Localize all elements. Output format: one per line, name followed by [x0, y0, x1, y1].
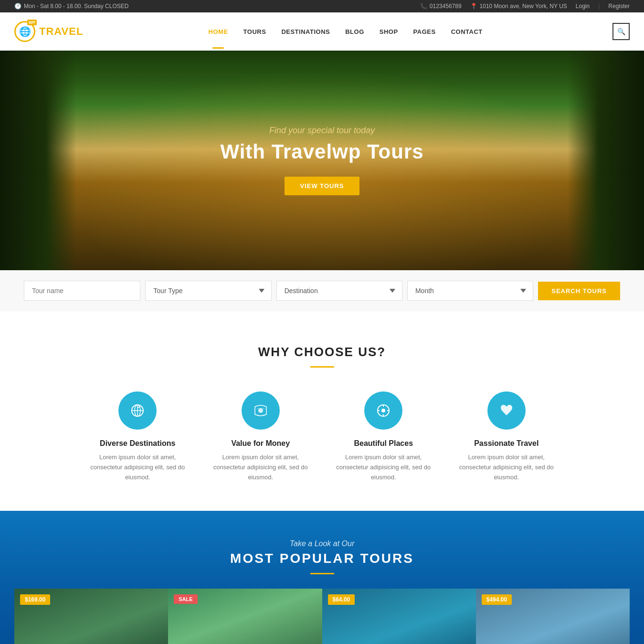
nav-shop[interactable]: SHOP: [372, 15, 406, 49]
feature-passionate-travel: Passionate Travel Lorem ipsum dolor sit …: [452, 391, 561, 482]
phone-icon: 📞: [420, 3, 427, 10]
value-money-icon: [242, 391, 280, 430]
feature-desc-3: Lorem ipsum dolor sit amet, consectetur …: [329, 453, 438, 482]
feature-title-1: Diverse Destinations: [84, 439, 192, 448]
nav-tours[interactable]: TOURS: [236, 15, 274, 49]
hero-subtitle: Find your special tour today: [220, 126, 423, 136]
nav-blog[interactable]: BLOG: [338, 15, 372, 49]
top-bar-left: 🕐 Mon - Sat 8.00 - 18.00. Sunday CLOSED: [14, 3, 128, 10]
month-select[interactable]: Month January February March April May J…: [407, 281, 533, 301]
feature-value-money: Value for Money Lorem ipsum dolor sit am…: [206, 391, 315, 482]
destination-select[interactable]: Destination Asia Europe Americas Africa: [276, 281, 402, 301]
divider: |: [598, 3, 600, 10]
nav-contact[interactable]: CONTACT: [443, 15, 490, 49]
tour-sale-badge-2: SALE: [174, 594, 197, 604]
logo-text: TRAVEL: [39, 25, 83, 38]
popular-tours-section: Take a Look at Our MOST POPULAR TOURS $1…: [0, 511, 644, 644]
tour-card-1[interactable]: $169.00: [14, 589, 168, 644]
tour-name-input[interactable]: [24, 281, 140, 301]
hero-tree-left: [0, 51, 76, 270]
nav-pages[interactable]: PAGES: [406, 15, 443, 49]
globe-icon: 🌐: [19, 26, 31, 37]
view-tours-button[interactable]: VIEW TOURS: [285, 177, 359, 195]
tour-price-1: $169.00: [20, 594, 50, 605]
login-link[interactable]: Login: [576, 3, 590, 10]
hero-tree-right: [568, 51, 644, 270]
search-icon: 🔍: [617, 28, 625, 35]
beautiful-places-icon: [364, 391, 402, 430]
why-choose-us-section: WHY CHOOSE US? Diverse Destinations Lore…: [0, 311, 644, 511]
top-bar: 🕐 Mon - Sat 8.00 - 18.00. Sunday CLOSED …: [0, 0, 644, 12]
navbar: 🌐 WP TRAVEL HOME TOURS DESTINATIONS BLOG…: [0, 12, 644, 51]
phone-info: 📞 0123456789: [420, 3, 462, 10]
passionate-travel-icon: [487, 391, 526, 430]
diverse-destinations-icon: [118, 391, 157, 430]
tours-divider: [310, 573, 334, 574]
feature-beautiful-places: Beautiful Places Lorem ipsum dolor sit a…: [329, 391, 438, 482]
feature-desc-2: Lorem ipsum dolor sit amet, consectetur …: [206, 453, 315, 482]
feature-title-4: Passionate Travel: [452, 439, 561, 448]
tour-card-3[interactable]: $64.00: [322, 589, 476, 644]
svg-point-7: [381, 409, 385, 412]
tours-title: MOST POPULAR TOURS: [14, 551, 630, 566]
search-tours-button[interactable]: SEARCH TOURS: [538, 282, 620, 300]
hero-content: Find your special tour today With Travel…: [220, 126, 423, 195]
feature-title-3: Beautiful Places: [329, 439, 438, 448]
register-link[interactable]: Register: [608, 3, 630, 10]
tour-price-3: $64.00: [328, 594, 355, 605]
wp-badge: WP: [27, 20, 37, 25]
hero-section: Find your special tour today With Travel…: [0, 51, 644, 270]
nav-home[interactable]: HOME: [201, 15, 236, 49]
feature-title-2: Value for Money: [206, 439, 315, 448]
logo-globe: 🌐 WP: [14, 21, 35, 42]
clock-icon: 🕐: [14, 3, 21, 10]
tour-card-2[interactable]: SALE $98.00 $32.00: [168, 589, 322, 644]
top-bar-right: 📞 0123456789 📍 1010 Moon ave, New York, …: [420, 3, 630, 10]
why-title: WHY CHOOSE US?: [24, 345, 620, 359]
address-info: 📍 1010 Moon ave, New York, NY US: [470, 3, 567, 10]
tour-card-4[interactable]: $494.00: [476, 589, 630, 644]
feature-desc-4: Lorem ipsum dolor sit amet, consectetur …: [452, 453, 561, 482]
nav-destinations[interactable]: DESTINATIONS: [274, 15, 338, 49]
features-grid: Diverse Destinations Lorem ipsum dolor s…: [84, 391, 561, 482]
tours-subtitle: Take a Look at Our: [14, 539, 630, 548]
tours-grid: $169.00 SALE $98.00 $32.00 $64.00 $494.0…: [14, 589, 630, 644]
search-toggle-button[interactable]: 🔍: [612, 23, 630, 40]
feature-desc-1: Lorem ipsum dolor sit amet, consectetur …: [84, 453, 192, 482]
business-hours: 🕐 Mon - Sat 8.00 - 18.00. Sunday CLOSED: [14, 3, 128, 10]
feature-diverse-destinations: Diverse Destinations Lorem ipsum dolor s…: [84, 391, 192, 482]
why-divider: [310, 366, 334, 368]
nav-links: HOME TOURS DESTINATIONS BLOG SHOP PAGES …: [201, 15, 490, 49]
tour-type-select[interactable]: Tour Type Adventure Cultural Family Luxu…: [145, 281, 271, 301]
hero-title: With Travelwp Tours: [220, 140, 423, 163]
search-bar: Tour Type Adventure Cultural Family Luxu…: [0, 270, 644, 311]
logo: 🌐 WP TRAVEL: [14, 21, 83, 42]
pin-icon: 📍: [470, 3, 477, 10]
tour-price-4: $494.00: [482, 594, 512, 605]
